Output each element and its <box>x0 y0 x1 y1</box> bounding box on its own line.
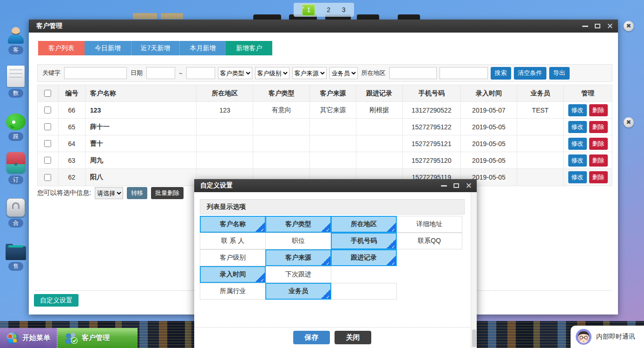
pager-item-3[interactable]: 3 <box>342 6 346 13</box>
desktop-icon-customer[interactable]: 客 <box>3 20 29 54</box>
date-label: 日期 <box>130 69 144 77</box>
header-id: 编号 <box>59 85 85 101</box>
tab-7days-new[interactable]: 近7天新增 <box>131 41 179 55</box>
export-button[interactable]: 导出 <box>549 67 570 80</box>
delete-button[interactable]: 删除 <box>589 138 608 150</box>
modal-scrollbar[interactable] <box>471 192 477 348</box>
keyword-label: 关键字 <box>41 69 61 77</box>
modal-title: 自定义设置 <box>200 181 441 190</box>
desktop-icon-follow[interactable]: 跟 <box>3 106 29 141</box>
customer-type-select[interactable]: 客户类型 <box>218 67 252 79</box>
batch-select[interactable]: 请选择 <box>95 187 123 199</box>
edit-button[interactable]: 修改 <box>568 121 587 133</box>
maximize-icon[interactable] <box>595 24 600 28</box>
divider <box>194 327 470 328</box>
field-option[interactable]: 所在地区 <box>331 216 397 233</box>
delete-button[interactable]: 删除 <box>589 154 608 167</box>
table-header-row: 编号 客户名称 所在地区 客户类型 客户来源 跟进记录 手机号码 录入时间 业务… <box>38 85 612 102</box>
edit-button[interactable]: 修改 <box>568 171 587 183</box>
check-icon <box>256 222 265 232</box>
pager-close-icon[interactable]: ✕ <box>301 2 305 14</box>
delete-button[interactable]: 删除 <box>589 121 608 133</box>
field-option[interactable]: 业务员 <box>265 283 331 300</box>
keyword-input[interactable] <box>64 67 127 79</box>
date-to-input[interactable] <box>186 67 215 79</box>
tab-today-new[interactable]: 今日新增 <box>85 41 131 55</box>
field-option[interactable]: 下次跟进 <box>265 266 331 283</box>
start-menu-label: 开始菜单 <box>22 334 50 342</box>
delete-button[interactable]: 删除 <box>589 104 608 116</box>
empty-cell <box>331 266 397 283</box>
messenger-avatar <box>575 328 592 345</box>
check-icon <box>256 273 265 282</box>
edit-button[interactable]: 修改 <box>568 154 587 167</box>
field-option[interactable]: 联系QQ <box>396 233 462 249</box>
agent-select[interactable]: 业务员 <box>329 67 358 79</box>
clear-filters-button[interactable]: 清空条件 <box>514 67 546 80</box>
field-option[interactable]: 客户级别 <box>200 249 266 266</box>
field-option[interactable]: 录入时间 <box>200 266 266 283</box>
desktop-icon-aftersale[interactable]: 售 <box>3 236 29 271</box>
empty-cell <box>396 283 462 300</box>
tab-add-customer[interactable]: 新增客户 <box>226 41 272 55</box>
date-from-input[interactable] <box>146 67 175 79</box>
modal-maximize-icon[interactable] <box>453 183 459 188</box>
field-option[interactable]: 跟进记录 <box>331 249 397 266</box>
row-checkbox[interactable] <box>44 174 51 181</box>
region-input-1[interactable] <box>389 67 437 79</box>
close-button[interactable]: 关闭 <box>335 331 371 344</box>
check-icon <box>387 256 396 265</box>
header-record: 跟进记录 <box>356 85 403 101</box>
customer-table: 编号 客户名称 所在地区 客户类型 客户来源 跟进记录 手机号码 录入时间 业务… <box>37 85 612 186</box>
icon-label: 售 <box>8 262 23 271</box>
close-icon[interactable]: ✕ <box>607 22 613 30</box>
save-button[interactable]: 保存 <box>293 331 330 344</box>
taskbar-app-customer-management[interactable]: 客户管理 <box>58 328 138 348</box>
edit-button[interactable]: 修改 <box>568 138 587 150</box>
row-checkbox[interactable] <box>44 107 51 114</box>
row-checkbox[interactable] <box>44 140 51 147</box>
row-checkbox[interactable] <box>44 157 51 164</box>
modal-titlebar[interactable]: 自定义设置 ✕ <box>194 179 477 192</box>
field-option[interactable]: 客户名称 <box>200 216 266 233</box>
widget-close-icon[interactable]: ✖ <box>624 117 634 127</box>
field-option[interactable]: 客户类型 <box>265 216 331 233</box>
search-button[interactable]: 搜索 <box>491 67 511 80</box>
pager-1-label: 1 <box>307 6 310 13</box>
pager-item-2[interactable]: 2 <box>327 6 330 13</box>
tab-customer-list[interactable]: 客户列表 <box>38 41 85 55</box>
desktop-icon-data[interactable]: 数 <box>3 63 29 98</box>
modal-minimize-icon[interactable] <box>441 185 447 187</box>
field-option[interactable]: 客户来源 <box>265 249 331 266</box>
row-checkbox[interactable] <box>44 123 51 130</box>
table-row: 64 曹十 15272795121 2019-05-05 修改 删除 <box>38 135 612 152</box>
customer-source-select[interactable]: 客户来源 <box>292 67 327 79</box>
edit-button[interactable]: 修改 <box>568 104 587 116</box>
transfer-button[interactable]: 转移 <box>127 187 147 199</box>
region-input-2[interactable] <box>440 67 488 79</box>
desktop-icon-order[interactable]: 订 <box>3 149 29 184</box>
range-separator: ~ <box>178 70 184 77</box>
field-option[interactable]: 手机号码 <box>331 233 397 249</box>
window-titlebar[interactable]: 客户管理 ✕ <box>29 20 618 33</box>
customize-settings-button[interactable]: 自定义设置 <box>34 294 79 307</box>
order-icon <box>7 149 25 174</box>
field-option[interactable]: 职位 <box>265 233 331 249</box>
field-option[interactable]: 联 系 人 <box>200 233 266 249</box>
minimize-icon[interactable] <box>582 26 588 27</box>
pager-item-1[interactable]: 1 ✕ <box>302 4 315 16</box>
internal-messenger-panel[interactable]: 内部即时通讯 <box>571 326 644 348</box>
delete-button[interactable]: 删除 <box>589 171 608 183</box>
start-menu-button[interactable]: 开始菜单 <box>0 328 58 348</box>
tab-month-new[interactable]: 本月新增 <box>179 41 226 55</box>
select-all-checkbox[interactable] <box>44 90 51 97</box>
empty-bordered-cell <box>331 283 397 300</box>
empty-cell <box>396 249 462 266</box>
field-option[interactable]: 所属行业 <box>200 283 266 300</box>
customer-level-select[interactable]: 客户级别 <box>255 67 289 79</box>
widget-close-icon[interactable]: ✖ <box>624 21 634 31</box>
field-option[interactable]: 详细地址 <box>396 216 462 233</box>
bulk-delete-button[interactable]: 批量删除 <box>151 187 184 199</box>
modal-close-icon[interactable]: ✕ <box>466 182 472 190</box>
desktop-icon-contract[interactable]: 合 <box>3 193 29 228</box>
